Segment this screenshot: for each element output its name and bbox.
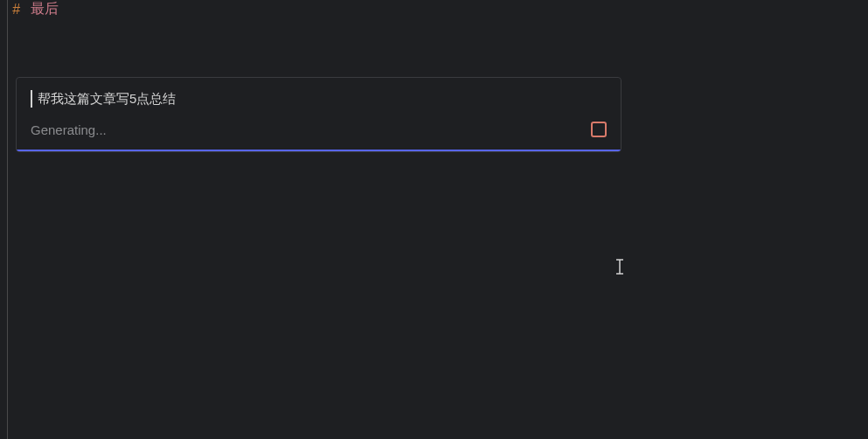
markdown-heading: # 最后 bbox=[12, 0, 59, 18]
editor-gutter-line bbox=[7, 0, 8, 439]
prompt-status-row: Generating... bbox=[17, 115, 621, 150]
prompt-input-row[interactable]: 帮我这篇文章写5点总结 bbox=[17, 78, 621, 115]
stop-button[interactable] bbox=[591, 122, 607, 137]
generating-status-text: Generating... bbox=[31, 122, 107, 137]
prompt-input-text: 帮我这篇文章写5点总结 bbox=[38, 91, 176, 108]
progress-bar bbox=[17, 150, 621, 151]
text-cursor-icon bbox=[615, 259, 625, 275]
text-cursor-indicator bbox=[31, 90, 32, 108]
ai-prompt-box: 帮我这篇文章写5点总结 Generating... bbox=[16, 77, 621, 152]
heading-text: 最后 bbox=[31, 0, 59, 18]
heading-hash-symbol: # bbox=[12, 2, 20, 17]
